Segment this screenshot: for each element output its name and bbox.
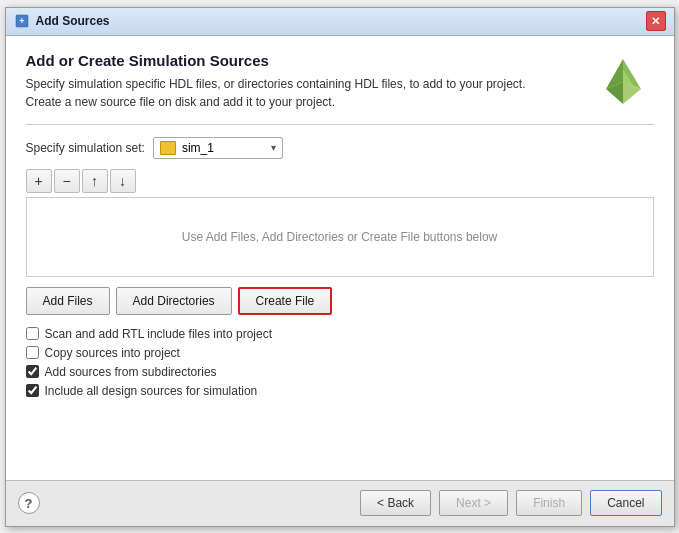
sim-folder-icon bbox=[160, 141, 176, 155]
remove-item-button[interactable]: − bbox=[54, 169, 80, 193]
move-down-button[interactable]: ↓ bbox=[110, 169, 136, 193]
title-bar: + Add Sources ✕ bbox=[6, 8, 674, 36]
add-directories-button[interactable]: Add Directories bbox=[116, 287, 232, 315]
file-list-hint: Use Add Files, Add Directories or Create… bbox=[182, 230, 497, 244]
scan-rtl-checkbox[interactable] bbox=[26, 327, 39, 340]
checkbox-row-3: Include all design sources for simulatio… bbox=[26, 384, 654, 398]
add-sources-window: + Add Sources ✕ Add or Create Simulation… bbox=[5, 7, 675, 527]
file-list-area: Use Add Files, Add Directories or Create… bbox=[26, 197, 654, 277]
include-design-sources-checkbox[interactable] bbox=[26, 384, 39, 397]
copy-sources-label: Copy sources into project bbox=[45, 346, 180, 360]
create-file-button[interactable]: Create File bbox=[238, 287, 333, 315]
logo-area bbox=[594, 52, 654, 112]
sim-set-label: Specify simulation set: bbox=[26, 141, 145, 155]
content-area: Add or Create Simulation Sources Specify… bbox=[6, 36, 674, 480]
close-button[interactable]: ✕ bbox=[646, 11, 666, 31]
window-icon: + bbox=[14, 13, 30, 29]
sim-set-row: Specify simulation set: sim_1 ▾ bbox=[26, 137, 654, 159]
scan-rtl-label: Scan and add RTL include files into proj… bbox=[45, 327, 272, 341]
svg-text:+: + bbox=[19, 16, 24, 26]
header-desc-line1: Specify simulation specific HDL files, o… bbox=[26, 75, 584, 93]
header-divider bbox=[26, 124, 654, 125]
add-subdirectories-checkbox[interactable] bbox=[26, 365, 39, 378]
checkbox-row-1: Copy sources into project bbox=[26, 346, 654, 360]
header-title: Add or Create Simulation Sources bbox=[26, 52, 584, 69]
move-up-button[interactable]: ↑ bbox=[82, 169, 108, 193]
window-title: Add Sources bbox=[36, 14, 646, 28]
checkboxes-section: Scan and add RTL include files into proj… bbox=[26, 327, 654, 398]
sim-set-value: sim_1 bbox=[182, 141, 265, 155]
add-subdirectories-label: Add sources from subdirectories bbox=[45, 365, 217, 379]
include-design-sources-label: Include all design sources for simulatio… bbox=[45, 384, 258, 398]
cancel-button[interactable]: Cancel bbox=[590, 490, 661, 516]
copy-sources-checkbox[interactable] bbox=[26, 346, 39, 359]
dropdown-arrow-icon: ▾ bbox=[271, 142, 276, 153]
header-desc-line2: Create a new source file on disk and add… bbox=[26, 93, 584, 111]
sim-set-dropdown[interactable]: sim_1 ▾ bbox=[153, 137, 283, 159]
add-files-button[interactable]: Add Files bbox=[26, 287, 110, 315]
add-item-button[interactable]: + bbox=[26, 169, 52, 193]
header-text: Add or Create Simulation Sources Specify… bbox=[26, 52, 584, 111]
back-button[interactable]: < Back bbox=[360, 490, 431, 516]
finish-button[interactable]: Finish bbox=[516, 490, 582, 516]
footer-bar: ? < Back Next > Finish Cancel bbox=[6, 480, 674, 526]
checkbox-row-0: Scan and add RTL include files into proj… bbox=[26, 327, 654, 341]
xilinx-logo bbox=[596, 54, 651, 109]
help-button[interactable]: ? bbox=[18, 492, 40, 514]
checkbox-row-2: Add sources from subdirectories bbox=[26, 365, 654, 379]
next-button[interactable]: Next > bbox=[439, 490, 508, 516]
header-section: Add or Create Simulation Sources Specify… bbox=[26, 52, 654, 112]
action-buttons: Add Files Add Directories Create File bbox=[26, 287, 654, 315]
toolbar: + − ↑ ↓ bbox=[26, 169, 654, 193]
